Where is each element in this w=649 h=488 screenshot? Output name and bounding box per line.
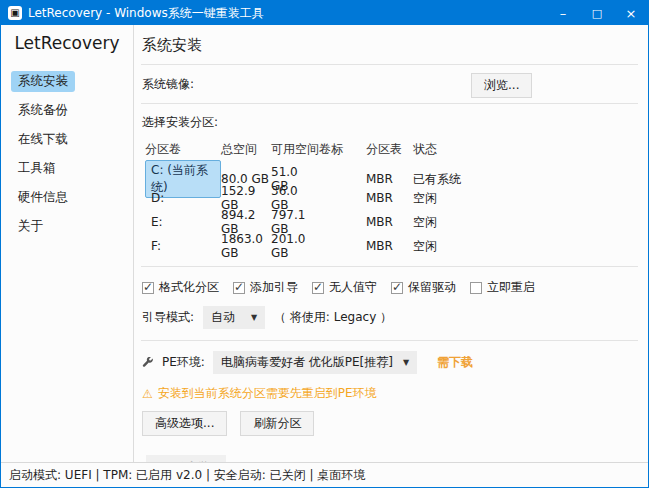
cell-status: 空闲 xyxy=(413,214,638,231)
col-status: 状态 xyxy=(413,141,638,158)
close-button[interactable]: × xyxy=(614,1,648,25)
col-label: 卷标 xyxy=(319,141,366,158)
maximize-button[interactable]: □ xyxy=(580,1,614,25)
cell-table: MBR xyxy=(366,172,413,186)
pe-environment-label: PE环境: xyxy=(162,354,205,371)
pe-environment-row: PE环境: 电脑病毒爱好者 优化版PE[推荐] ▼ 需下载 xyxy=(142,351,638,374)
sidebar-item-system-install[interactable]: 系统安装 xyxy=(11,71,75,92)
brand-title: LetRecovery xyxy=(1,33,133,53)
action-buttons-row: 高级选项... 刷新分区 xyxy=(142,411,638,436)
window-title: LetRecovery - Windows系统一键重装工具 xyxy=(28,5,546,22)
col-total: 总空间 xyxy=(221,141,271,158)
chevron-down-icon: ▼ xyxy=(251,313,257,322)
advanced-options-button[interactable]: 高级选项... xyxy=(142,411,227,436)
status-text: 启动模式: UEFI | TPM: 已启用 v2.0 | 安全启动: 已关闭 |… xyxy=(9,467,365,484)
cell-status: 已有系统 xyxy=(413,171,638,188)
boot-mode-row: 引导模式: 自动 ▼ （ 将使用: Legacy ） xyxy=(142,306,638,329)
page-title: 系统安装 xyxy=(141,33,638,64)
sidebar-item-toolbox[interactable]: 工具箱 xyxy=(11,158,63,179)
checkbox-reboot-now[interactable]: 立即重启 xyxy=(470,279,535,296)
download-required-badge: 需下载 xyxy=(437,354,473,371)
sidebar-item-about[interactable]: 关于 xyxy=(11,216,50,237)
checkbox-label: 保留驱动 xyxy=(408,279,456,296)
partition-table-header: 分区卷 总空间 可用空间 卷标 分区表 状态 xyxy=(145,139,638,160)
col-free: 可用空间 xyxy=(271,141,319,158)
boot-mode-value: 自动 xyxy=(211,309,235,326)
partition-table: 分区卷 总空间 可用空间 卷标 分区表 状态 C: (当前系统) 80.0 GB… xyxy=(141,139,638,256)
sidebar-item-hardware-info[interactable]: 硬件信息 xyxy=(11,187,75,208)
cell-free: 201.0 GB xyxy=(271,232,319,260)
minimize-button[interactable]: – xyxy=(546,1,580,25)
cell-table: MBR xyxy=(366,191,413,205)
checkbox-label: 格式化分区 xyxy=(159,279,219,296)
cell-table: MBR xyxy=(366,239,413,253)
checkbox-icon xyxy=(312,282,324,294)
refresh-partitions-button[interactable]: 刷新分区 xyxy=(240,411,314,436)
checkbox-format-partition[interactable]: 格式化分区 xyxy=(142,279,219,296)
sidebar-item-online-download[interactable]: 在线下载 xyxy=(11,129,75,150)
table-row-c[interactable]: C: (当前系统) 80.0 GB 51.0 GB MBR 已有系统 xyxy=(145,160,638,184)
col-table: 分区表 xyxy=(366,141,413,158)
divider xyxy=(141,266,638,267)
pe-environment-dropdown[interactable]: 电脑病毒爱好者 优化版PE[推荐] ▼ xyxy=(213,351,417,374)
chevron-down-icon: ▼ xyxy=(403,358,409,367)
cell-table: MBR xyxy=(366,215,413,229)
table-row-e[interactable]: E: 894.2 GB 797.1 GB MBR 空闲 xyxy=(145,208,638,232)
checkbox-icon xyxy=(142,282,154,294)
boot-mode-label: 引导模式: xyxy=(142,309,194,326)
checkbox-label: 添加引导 xyxy=(250,279,298,296)
boot-mode-dropdown[interactable]: 自动 ▼ xyxy=(203,306,265,329)
checkbox-unattended[interactable]: 无人值守 xyxy=(312,279,377,296)
browse-button[interactable]: 浏览... xyxy=(471,73,532,98)
main-panel: 系统安装 系统镜像: 浏览... 选择安装分区: 分区卷 总空间 可用空间 卷标… xyxy=(134,25,648,462)
system-image-row: 系统镜像: 浏览... xyxy=(141,65,638,103)
divider xyxy=(141,103,638,104)
warning-icon: ⚠ xyxy=(142,387,153,401)
pe-environment-value: 电脑病毒爱好者 优化版PE[推荐] xyxy=(221,354,393,371)
wrench-icon xyxy=(142,357,154,369)
checkbox-label: 立即重启 xyxy=(487,279,535,296)
table-row-f[interactable]: F: 1863.0 GB 201.0 GB MBR 空闲 xyxy=(145,232,638,256)
checkbox-add-boot[interactable]: 添加引导 xyxy=(233,279,298,296)
cell-status: 空闲 xyxy=(413,238,638,255)
install-options: 格式化分区 添加引导 无人值守 保留驱动 立即重启 xyxy=(142,279,638,296)
sidebar-item-system-backup[interactable]: 系统备份 xyxy=(11,100,75,121)
partition-volume[interactable]: E: xyxy=(145,215,221,229)
cell-total: 1863.0 GB xyxy=(221,232,271,260)
app-window: ▣ LetRecovery - Windows系统一键重装工具 – □ × Le… xyxy=(0,0,649,488)
warning-text: 安装到当前系统分区需要先重启到PE环境 xyxy=(158,385,377,402)
partition-volume[interactable]: D: xyxy=(145,191,221,205)
checkbox-icon xyxy=(233,282,245,294)
partition-section-label: 选择安装分区: xyxy=(142,114,638,131)
titlebar[interactable]: ▣ LetRecovery - Windows系统一键重装工具 – □ × xyxy=(1,1,648,25)
partition-volume[interactable]: F: xyxy=(145,239,221,253)
warning-message: ⚠ 安装到当前系统分区需要先重启到PE环境 xyxy=(142,385,638,402)
divider xyxy=(141,340,638,341)
checkbox-icon xyxy=(391,282,403,294)
cell-status: 空闲 xyxy=(413,190,638,207)
boot-mode-note: （ 将使用: Legacy ） xyxy=(274,309,392,326)
checkbox-label: 无人值守 xyxy=(329,279,377,296)
col-volume: 分区卷 xyxy=(145,141,221,158)
sidebar: LetRecovery 系统安装 系统备份 在线下载 工具箱 硬件信息 关于 xyxy=(1,25,134,462)
status-bar: 启动模式: UEFI | TPM: 已启用 v2.0 | 安全启动: 已关闭 |… xyxy=(1,462,648,487)
checkbox-keep-drivers[interactable]: 保留驱动 xyxy=(391,279,456,296)
system-image-label: 系统镜像: xyxy=(141,76,194,93)
app-icon: ▣ xyxy=(8,6,22,20)
checkbox-icon xyxy=(470,282,482,294)
